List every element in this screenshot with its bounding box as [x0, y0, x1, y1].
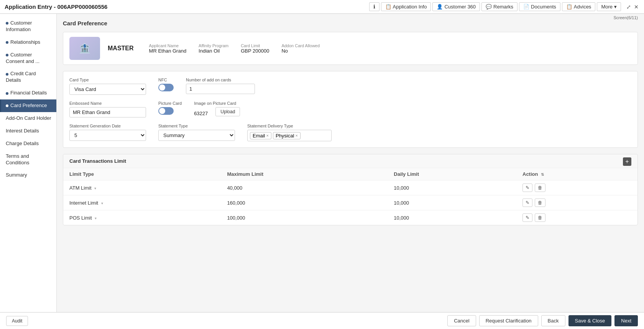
master-label: MASTER	[108, 45, 134, 52]
stmt-gen-date-select[interactable]: 1234 567	[69, 130, 146, 141]
documents-icon: 📄	[523, 4, 529, 10]
action-cell: ✎ 🗑	[516, 210, 637, 225]
form-row-1: Card Type Visa Card Master Card Amex NFC	[69, 78, 631, 95]
table-row: POS Limit ▾100,00010,000 ✎ 🗑	[63, 210, 637, 225]
image-picture-group: Image on Picture Card 63227 Upload	[194, 101, 240, 117]
nfc-group: NFC	[158, 78, 174, 95]
sidebar-item-charge-details[interactable]: Charge Details	[0, 137, 56, 150]
sidebar-item-interest-details[interactable]: Interest Details	[0, 125, 56, 137]
limit-type-cell: ATM Limit ▾	[63, 180, 221, 195]
embossed-name-input[interactable]	[69, 107, 146, 117]
app-title: Application Entry - 006APP000060556	[5, 3, 107, 10]
num-addon-input[interactable]	[186, 84, 255, 94]
limit-type-cell: POS Limit ▾	[63, 210, 221, 225]
header-actions: ℹ 📋 Application Info 👤 Customer 360 💬 Re…	[369, 2, 639, 11]
sidebar-item-credit-card-details[interactable]: Credit Card Details	[0, 68, 56, 87]
upload-button[interactable]: Upload	[215, 107, 240, 116]
footer: Audit Cancel Request Clarification Back …	[0, 312, 644, 329]
card-illustration	[69, 37, 100, 60]
sidebar-item-financial-details[interactable]: Financial Details	[0, 87, 56, 99]
audit-button[interactable]: Audit	[6, 316, 28, 326]
action-header: Action ⇅	[516, 168, 637, 180]
table-header-row: Limit Type Maximum Limit Daily Limit Act…	[63, 168, 637, 180]
stmt-gen-date-group: Statement Generation Date 1234 567	[69, 124, 146, 141]
clarify-button[interactable]: Request Clarification	[479, 315, 538, 326]
next-button[interactable]: Next	[614, 315, 638, 326]
screen-info: Screen(6/11)	[613, 15, 638, 20]
expand-button[interactable]: ⤢	[626, 3, 632, 11]
sidebar-item-label: Interest Details	[6, 128, 39, 134]
action-buttons: ✎ 🗑	[522, 213, 631, 222]
info-button[interactable]: ℹ	[369, 2, 380, 11]
delete-button[interactable]: 🗑	[535, 213, 545, 222]
edit-button[interactable]: ✎	[522, 198, 532, 207]
sidebar-item-label: Terms and Conditions	[6, 153, 29, 165]
max-limit-cell: 100,000	[221, 210, 388, 225]
main-layout: Customer InformationRelationshipsCustome…	[0, 14, 644, 312]
footer-right: Cancel Request Clarification Back Save &…	[447, 315, 638, 326]
applicant-name-field: Applicant Name MR Ethan Grand	[149, 43, 187, 54]
cancel-button[interactable]: Cancel	[447, 315, 476, 326]
delete-button[interactable]: 🗑	[535, 184, 545, 192]
email-tag-remove[interactable]: ×	[266, 133, 269, 138]
sidebar-item-label: Relationships	[10, 39, 40, 45]
physical-tag-remove[interactable]: ×	[295, 133, 297, 138]
action-buttons: ✎ 🗑	[522, 184, 631, 192]
delivery-type-tag-input[interactable]: Email × Physical ×	[247, 130, 332, 141]
application-info-button[interactable]: 📋 Application Info	[381, 2, 431, 11]
picture-card-toggle[interactable]	[158, 107, 174, 115]
sidebar-item-label: Customer Information	[6, 20, 32, 32]
card-type-select[interactable]: Visa Card Master Card Amex	[69, 84, 146, 95]
sidebar: Customer InformationRelationshipsCustome…	[0, 14, 57, 312]
add-row-button[interactable]: +	[623, 157, 631, 166]
edit-button[interactable]: ✎	[522, 184, 532, 192]
remarks-button[interactable]: 💬 Remarks	[481, 2, 518, 11]
form-row-3: Statement Generation Date 1234 567 State…	[69, 124, 631, 141]
sidebar-item-label: Customer Consent and ...	[6, 52, 39, 64]
max-limit-cell: 40,000	[221, 180, 388, 195]
sidebar-item-summary[interactable]: Summary	[0, 169, 56, 182]
dropdown-icon: ▾	[95, 216, 97, 220]
more-button[interactable]: More ▾	[597, 2, 621, 11]
sidebar-item-relationships[interactable]: Relationships	[0, 36, 56, 49]
sidebar-item-customer-consent[interactable]: Customer Consent and ...	[0, 49, 56, 68]
action-cell: ✎ 🗑	[516, 180, 637, 195]
sidebar-item-label: Financial Details	[10, 90, 47, 96]
sidebar-item-label: Card Preference	[10, 103, 47, 108]
form-section: Card Type Visa Card Master Card Amex NFC	[63, 71, 638, 148]
nfc-toggle[interactable]	[158, 84, 174, 91]
transactions-header: Card Transactions Limit +	[63, 154, 637, 168]
advices-button[interactable]: 📋 Advices	[562, 2, 596, 11]
customer360-button[interactable]: 👤 Customer 360	[432, 2, 480, 11]
advices-icon: 📋	[566, 4, 572, 10]
close-button[interactable]: ✕	[633, 3, 639, 11]
save-close-button[interactable]: Save & Close	[568, 315, 612, 326]
daily-limit-cell: 10,000	[388, 180, 516, 195]
content-area: Screen(6/11) Card Preference MASTER Appl…	[57, 14, 644, 312]
stmt-type-select[interactable]: Summary Detailed	[158, 130, 235, 141]
transactions-table: Limit Type Maximum Limit Daily Limit Act…	[63, 168, 637, 225]
limit-type-cell: Internet Limit ▾	[63, 195, 221, 210]
sidebar-item-terms-conditions[interactable]: Terms and Conditions	[0, 150, 56, 169]
sidebar-item-addon-card-holder[interactable]: Add-On Card Holder	[0, 112, 56, 125]
addon-card-field: Addon Card Allowed No	[281, 43, 320, 54]
card-type-group: Card Type Visa Card Master Card Amex	[69, 78, 146, 95]
max-limit-cell: 160,000	[221, 195, 388, 210]
sidebar-item-card-preference[interactable]: Card Preference	[0, 99, 56, 112]
dot-icon	[6, 104, 8, 107]
dot-icon	[6, 22, 8, 25]
sidebar-item-customer-information[interactable]: Customer Information	[0, 17, 56, 36]
back-button[interactable]: Back	[541, 315, 565, 326]
physical-tag: Physical ×	[273, 132, 301, 139]
dot-icon	[6, 73, 8, 76]
table-row: ATM Limit ▾40,00010,000 ✎ 🗑	[63, 180, 637, 195]
delete-button[interactable]: 🗑	[535, 198, 545, 207]
edit-button[interactable]: ✎	[522, 213, 532, 222]
app-header: Application Entry - 006APP000060556 ℹ 📋 …	[0, 0, 644, 14]
form-row-2: Embossed Name Picture Card Image on Pict…	[69, 101, 631, 117]
limit-type-header: Limit Type	[63, 168, 221, 180]
transactions-section: Card Transactions Limit + Limit Type Max…	[63, 154, 638, 225]
documents-button[interactable]: 📄 Documents	[519, 2, 560, 11]
master-fields: Applicant Name MR Ethan Grand Affinity P…	[149, 43, 320, 54]
sort-icon: ⇅	[541, 172, 544, 177]
